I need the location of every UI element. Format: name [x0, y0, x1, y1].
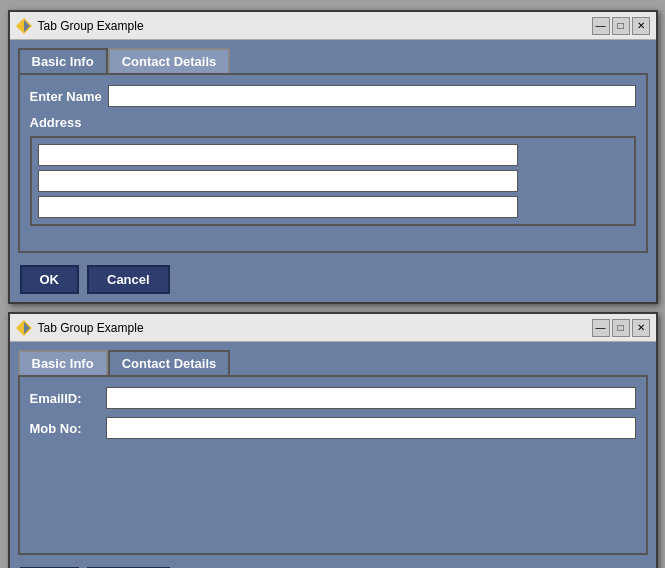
app-icon-1	[16, 18, 32, 34]
close-button-1[interactable]: ✕	[632, 17, 650, 35]
window-2: Tab Group Example — □ ✕ Basic Info Conta…	[8, 312, 658, 568]
tab-bar-1: Basic Info Contact Details	[18, 48, 648, 73]
address-line-3[interactable]	[38, 196, 518, 218]
app-icon-2	[16, 320, 32, 336]
title-bar-2: Tab Group Example — □ ✕	[10, 314, 656, 342]
window-1: Tab Group Example — □ ✕ Basic Info Conta…	[8, 10, 658, 304]
address-line-1[interactable]	[38, 144, 518, 166]
name-input[interactable]	[108, 85, 636, 107]
title-bar-1: Tab Group Example — □ ✕	[10, 12, 656, 40]
address-section: Address	[30, 115, 636, 226]
address-inputs	[30, 136, 636, 226]
address-label: Address	[30, 115, 636, 130]
tab-basic-info-1[interactable]: Basic Info	[18, 48, 108, 73]
email-label: EmailID:	[30, 391, 100, 406]
spacer	[30, 447, 636, 527]
ok-button-1[interactable]: OK	[20, 265, 80, 294]
name-label: Enter Name	[30, 89, 102, 104]
tab-contact-details-2[interactable]: Contact Details	[108, 350, 231, 375]
button-bar-1: OK Cancel	[18, 265, 648, 294]
email-input[interactable]	[106, 387, 636, 409]
window-1-body: Basic Info Contact Details Enter Name Ad…	[10, 40, 656, 302]
title-bar-controls-1: — □ ✕	[592, 17, 650, 35]
window-2-body: Basic Info Contact Details EmailID: Mob …	[10, 342, 656, 568]
cancel-button-1[interactable]: Cancel	[87, 265, 170, 294]
tab-basic-info-2[interactable]: Basic Info	[18, 350, 108, 375]
close-button-2[interactable]: ✕	[632, 319, 650, 337]
maximize-button-1[interactable]: □	[612, 17, 630, 35]
mob-input[interactable]	[106, 417, 636, 439]
title-bar-controls-2: — □ ✕	[592, 319, 650, 337]
tab-bar-2: Basic Info Contact Details	[18, 350, 648, 375]
mob-label: Mob No:	[30, 421, 100, 436]
mob-row: Mob No:	[30, 417, 636, 439]
name-row: Enter Name	[30, 85, 636, 107]
tab-content-1: Enter Name Address	[18, 73, 648, 253]
address-line-2[interactable]	[38, 170, 518, 192]
tab-content-2: EmailID: Mob No:	[18, 375, 648, 555]
email-row: EmailID:	[30, 387, 636, 409]
minimize-button-2[interactable]: —	[592, 319, 610, 337]
window-2-title: Tab Group Example	[38, 321, 586, 335]
maximize-button-2[interactable]: □	[612, 319, 630, 337]
tab-contact-details-1[interactable]: Contact Details	[108, 48, 231, 73]
window-1-title: Tab Group Example	[38, 19, 586, 33]
minimize-button-1[interactable]: —	[592, 17, 610, 35]
